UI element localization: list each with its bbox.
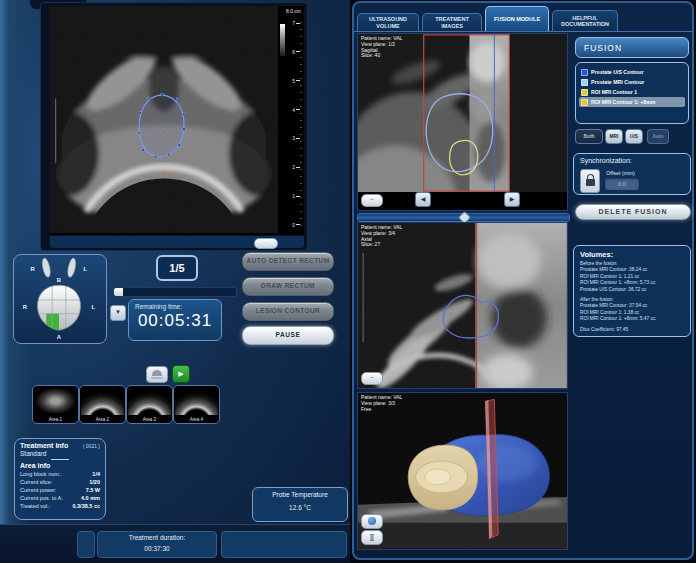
prostate-orientation-widget: R L B R L A: [13, 254, 107, 344]
ruler-tick: 6: [292, 49, 300, 55]
view-info-overlay: Patient name: VAL View plane: 3/4 Axial …: [361, 225, 402, 248]
tab-fusion-module[interactable]: FUSION MODULE: [485, 6, 549, 31]
ruler-tick: 5: [292, 78, 300, 84]
treatment-panel: 8.0 cm 7 6 5 4 3 2 1 0 ··: [0, 0, 350, 563]
dice-coefficient: Dice Coefficient: 97.45: [580, 327, 684, 333]
view-layout-toggle-button[interactable]: ⁓: [361, 372, 383, 385]
legend-swatch: [581, 79, 588, 86]
tab-ultrasound-volume[interactable]: ULTRASOUND VOLUME: [357, 13, 419, 31]
treatment-info-panel: Treatment Info ( 0021 ) Standard Area in…: [14, 438, 106, 520]
grayscale-bar: [280, 24, 285, 56]
slice-prev-button[interactable]: ◀: [415, 192, 431, 207]
area-thumbnail[interactable]: Area 2: [79, 385, 126, 424]
legend-item-prostate-us[interactable]: Prostate U/S Contour: [579, 67, 685, 77]
label-left-mid: L: [91, 304, 95, 310]
ultrasound-image[interactable]: 8.0 cm 7 6 5 4 3 2 1 0: [50, 6, 304, 235]
step-down-button[interactable]: ▼: [110, 305, 126, 321]
synchronization-label: Synchronization:: [574, 154, 690, 164]
volumes-title: Volumes:: [580, 250, 684, 259]
treatment-duration-value: 00:37:30: [98, 543, 216, 554]
area-thumbnail[interactable]: Area 1: [32, 385, 79, 424]
probe-temperature-box: Probe Temperature 12.6 °C: [252, 487, 348, 522]
area-thumbnail[interactable]: Area 4: [173, 385, 220, 424]
seminal-vesicle-right: [66, 257, 77, 278]
display-mri-button[interactable]: MRI: [605, 129, 623, 144]
ultrasound-toolbar: ··: [50, 236, 304, 248]
delete-fusion-button[interactable]: DELETE FUSION: [575, 204, 691, 220]
probe-icon[interactable]: [146, 366, 168, 383]
fusion-view-axial[interactable]: Patient name: VAL View plane: 3/4 Axial …: [357, 222, 568, 389]
remaining-time-value: 00:05:31: [129, 311, 221, 331]
depth-ruler: 8.0 cm 7 6 5 4 3 2 1 0: [278, 8, 302, 232]
image-settings-button[interactable]: ··: [254, 238, 278, 249]
label-right-top: R: [30, 266, 35, 272]
status-bar: Treatment duration: 00:37:30: [0, 524, 350, 563]
tab-treatment-images[interactable]: TREATMENT IMAGES: [422, 13, 482, 31]
legend-swatch: [581, 89, 588, 96]
view-info-overlay: Patient name: VAL View plane: 1/2 Sagitt…: [361, 36, 402, 59]
legend-item-roi-mri[interactable]: ROI MRI Contour 1: [579, 87, 685, 97]
contour-legend: Prostate U/S Contour Prostate MRI Contou…: [575, 62, 689, 124]
ruler-ticks: 7 6 5 4 3 2 1 0: [292, 20, 300, 228]
play-icon[interactable]: ▶: [172, 365, 190, 383]
live-ultrasound-view[interactable]: 8.0 cm 7 6 5 4 3 2 1 0 ··: [40, 2, 308, 251]
offset-input[interactable]: 0.0: [605, 178, 639, 190]
info-row: Treated vol.:0.3/38.5 cc: [20, 502, 100, 510]
thumbnail-image: [128, 387, 171, 415]
draw-rectum-button[interactable]: DRAW RECTUM: [242, 277, 334, 296]
treatment-mode: Standard: [20, 450, 100, 457]
label-base: B: [57, 277, 61, 283]
fusion-view-3d[interactable]: Patient name: VAL View plane: 3/3 Free ]…: [357, 392, 568, 550]
info-row: Current slice:1/20: [20, 478, 100, 486]
ruler-tick: 3: [292, 135, 300, 141]
rotate-3d-button[interactable]: [361, 514, 383, 529]
tab-divider: [354, 31, 692, 32]
view-layout-toggle-button[interactable]: ⁓: [361, 194, 383, 207]
legend-item-prostate-mri[interactable]: Prostate MRI Contour: [579, 77, 685, 87]
hifu-treatment-app: 8.0 cm 7 6 5 4 3 2 1 0 ··: [0, 0, 696, 563]
lock-icon: [586, 179, 595, 186]
ruler-tick: 1: [292, 193, 300, 199]
legend-swatch: [581, 69, 588, 76]
legend-item-roi-mri-margin[interactable]: ROI MRI Contour 1: +8mm: [579, 97, 685, 107]
tab-helpful-documentation[interactable]: HELPFUL DOCUMENTATION: [552, 10, 618, 31]
treatment-duration-label: Treatment duration:: [98, 532, 216, 543]
fusion-view-sagittal[interactable]: Patient name: VAL View plane: 1/2 Sagitt…: [357, 33, 568, 211]
minor-ticks: [300, 22, 302, 226]
display-both-button[interactable]: Both: [575, 129, 603, 144]
treatment-progress-fill: [114, 288, 123, 296]
offset-label: Offset (mm): [606, 170, 635, 176]
area-thumbnail[interactable]: Area 3: [126, 385, 173, 424]
remaining-time-label: Remaining time:: [129, 300, 221, 310]
slice-next-button[interactable]: ▶: [504, 192, 520, 207]
display-us-button[interactable]: U/S: [625, 129, 643, 144]
pause-button[interactable]: PAUSE: [242, 326, 334, 345]
info-row: Current pos. to A:4.0 mm: [20, 494, 100, 502]
info-row: Current power:7.5 W: [20, 486, 100, 494]
treatment-info-title: Treatment Info: [20, 442, 68, 449]
display-auto-button[interactable]: Auto: [647, 129, 669, 144]
synchronization-box: Synchronization: Offset (mm) 0.0: [573, 153, 691, 195]
info-row: Long block num.:1/4: [20, 470, 100, 478]
label-left-top: L: [84, 266, 88, 272]
ruler-tick: 2: [292, 164, 300, 170]
ultrasound-render: [50, 6, 278, 233]
label-right-mid: R: [23, 304, 28, 310]
rotate-3d-icon: [368, 517, 376, 525]
lesion-contour-button[interactable]: LESION CONTOUR: [242, 302, 334, 321]
auto-detect-rectum-button[interactable]: AUTO DETECT RECTUM: [242, 252, 334, 271]
focal-markers: [156, 174, 168, 176]
status-empty-box: [221, 531, 347, 558]
thumbnail-image: [34, 387, 77, 415]
remaining-time-box: Remaining time: 00:05:31: [128, 299, 222, 341]
divider: [51, 459, 69, 460]
treatment-info-code: ( 0021 ): [83, 443, 100, 449]
clip-plane-button[interactable]: ][: [361, 530, 383, 545]
label-apex: A: [57, 334, 62, 340]
fusion-panel-title: FUSION: [575, 37, 689, 58]
thumbnail-image: [81, 387, 124, 415]
ruler-tick: 7: [292, 20, 300, 26]
sync-lock-button[interactable]: [580, 169, 600, 193]
depth-label: 8.0 cm: [278, 8, 302, 14]
slice-slider[interactable]: [357, 213, 570, 222]
